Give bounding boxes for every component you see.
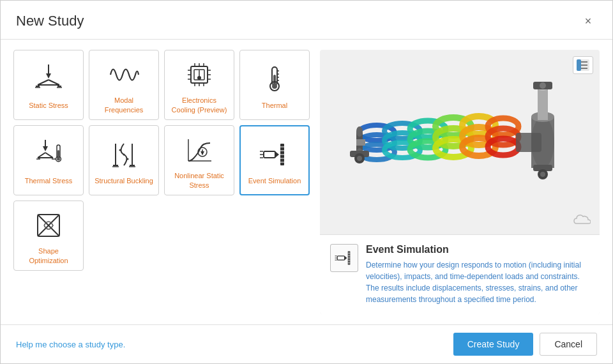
electronics-icon: [180, 56, 218, 93]
svg-line-37: [45, 153, 53, 158]
study-item-electronics[interactable]: Electronics Cooling (Preview): [164, 50, 234, 120]
svg-marker-34: [43, 146, 48, 151]
svg-point-103: [356, 126, 363, 137]
svg-point-111: [540, 172, 545, 177]
shape-icon: [29, 206, 68, 244]
dialog-header: New Study ×: [1, 1, 612, 40]
dialog-body: Static Stress Modal Frequencies: [1, 40, 612, 324]
preview-info-text: Event Simulation Determine how your desi…: [366, 244, 589, 305]
electronics-label: Electronics Cooling (Preview): [170, 96, 229, 114]
svg-line-36: [38, 153, 45, 158]
svg-point-43: [57, 157, 60, 160]
create-study-button[interactable]: Create Study: [453, 333, 534, 356]
svg-rect-113: [360, 139, 365, 146]
preview-image-area: [320, 50, 600, 234]
preview-panel: Event Simulation Determine how your desi…: [320, 50, 600, 314]
svg-rect-80: [538, 88, 548, 120]
svg-point-48: [127, 158, 129, 160]
modal-label: Modal Frequencies: [95, 96, 153, 114]
study-item-static-stress[interactable]: Static Stress: [13, 50, 84, 120]
new-study-dialog: New Study ×: [0, 0, 613, 364]
svg-point-28: [272, 84, 277, 89]
thermal-stress-label: Thermal Stress: [25, 176, 73, 185]
event-label: Event Simulation: [248, 176, 301, 185]
shock-absorber-image: [338, 72, 581, 213]
help-link[interactable]: Help me choose a study type.: [16, 340, 125, 349]
buckling-icon: [105, 135, 143, 174]
study-item-buckling[interactable]: Structural Buckling: [89, 125, 159, 195]
svg-rect-108: [516, 133, 541, 152]
nonlinear-icon: [180, 131, 218, 169]
study-type-grid: Static Stress Modal Frequencies: [13, 50, 310, 314]
svg-line-4: [49, 80, 59, 85]
svg-point-107: [357, 156, 362, 161]
thermal-icon: [255, 60, 294, 98]
preview-info: Event Simulation Determine how your desi…: [320, 234, 600, 314]
close-button[interactable]: ×: [579, 12, 597, 30]
nonlinear-label: Nonlinear Static Stress: [170, 171, 229, 190]
svg-rect-64: [264, 151, 275, 158]
shape-label: Shape Optimization: [19, 246, 78, 265]
static-stress-label: Static Stress: [29, 101, 68, 110]
thermal-stress-icon: [29, 135, 68, 174]
modal-icon: [105, 56, 143, 93]
preview-list-icon[interactable]: [573, 56, 593, 74]
svg-point-47: [123, 153, 125, 155]
footer-buttons: Create Study Cancel: [453, 333, 597, 356]
svg-line-3: [38, 80, 49, 85]
event-icon: [255, 135, 294, 174]
study-item-shape[interactable]: Shape Optimization: [13, 201, 84, 271]
svg-marker-1: [46, 73, 51, 79]
svg-rect-120: [337, 256, 344, 260]
study-item-modal[interactable]: Modal Frequencies: [89, 50, 159, 120]
buckling-label: Structural Buckling: [95, 176, 153, 185]
cloud-icon: [573, 212, 591, 228]
study-item-thermal[interactable]: Thermal: [239, 50, 310, 120]
svg-marker-57: [201, 151, 204, 155]
dialog-footer: Help me choose a study type. Create Stud…: [1, 324, 612, 363]
thermal-label: Thermal: [262, 101, 287, 110]
preview-selected-icon: [330, 244, 358, 272]
study-item-thermal-stress[interactable]: Thermal Stress: [13, 125, 84, 195]
svg-marker-121: [345, 256, 347, 260]
svg-point-83: [540, 82, 546, 89]
preview-description: Determine how your design responds to mo…: [366, 259, 589, 305]
study-item-event[interactable]: Event Simulation: [239, 125, 310, 195]
dialog-title: New Study: [16, 13, 84, 29]
svg-point-46: [119, 149, 121, 151]
static-stress-icon: [29, 60, 68, 98]
svg-rect-26: [273, 75, 276, 85]
svg-rect-42: [57, 150, 59, 158]
svg-marker-65: [275, 151, 279, 158]
preview-title: Event Simulation: [366, 244, 589, 255]
cancel-button[interactable]: Cancel: [540, 333, 597, 356]
study-item-nonlinear[interactable]: Nonlinear Static Stress: [164, 125, 234, 195]
svg-point-24: [197, 76, 201, 80]
svg-rect-76: [577, 59, 581, 71]
